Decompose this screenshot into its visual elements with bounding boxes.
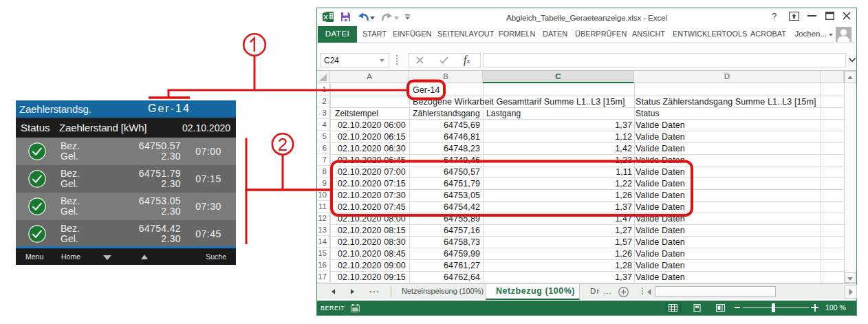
svg-text:2: 2: [278, 134, 287, 155]
